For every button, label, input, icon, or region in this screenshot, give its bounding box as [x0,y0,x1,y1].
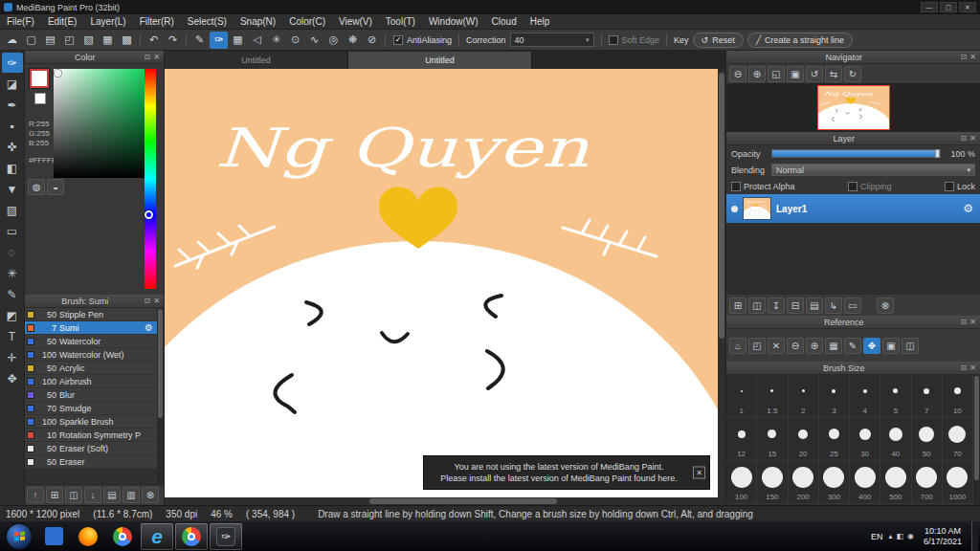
menu-item-edite[interactable]: Edit(E) [41,14,84,29]
brush-item[interactable]: 50Eraser [25,455,157,469]
taskbar-app-firefox[interactable] [72,523,104,550]
snap-vanishing-icon[interactable]: ⊙ [286,32,304,49]
fill-tool[interactable]: ◧ [2,158,23,178]
magic-wand-tool[interactable]: ✳ [2,263,23,283]
menu-item-layerl[interactable]: Layer(L) [83,14,132,29]
brush-item[interactable]: 100Watercolor (Wet) [25,348,157,362]
close-ref-icon[interactable]: ✕ [768,338,785,354]
float-panel-icon[interactable]: ⊡ [961,364,968,372]
canvas-horizontal-scrollbar[interactable] [165,497,718,505]
float-panel-icon[interactable]: ⊡ [145,297,151,305]
scrollbar-thumb[interactable] [369,498,558,504]
brush-size-item[interactable]: 1.5 [757,375,788,418]
brush-size-item[interactable]: 500 [880,461,911,504]
grid-view-icon[interactable]: ▦ [99,32,117,49]
snap-parallel-icon[interactable]: ◁ [248,32,266,49]
brush-size-item[interactable]: 400 [850,461,880,504]
menu-item-windoww[interactable]: Window(W) [422,14,485,29]
brush-size-item[interactable]: 4 [850,375,880,418]
clipping-checkbox[interactable] [848,182,858,191]
close-panel-icon[interactable]: ✕ [153,297,160,305]
snap-crisscross-icon[interactable]: ✳ [267,32,285,49]
close-panel-icon[interactable]: ✕ [969,53,976,61]
transfer-down-icon[interactable]: ↧ [768,298,785,314]
new-canvas-icon[interactable]: ▢ [22,32,40,49]
menu-item-toolt[interactable]: Tool(T) [379,14,422,29]
brush-item[interactable]: 50Eraser (Soft) [25,442,157,455]
delete-brush-icon[interactable]: ⊗ [142,487,159,503]
taskbar-clock[interactable]: 10:10 AM 6/17/2021 [920,526,966,547]
notification-close-button[interactable]: ✕ [693,467,705,479]
brush-size-item[interactable]: 100 [726,461,757,504]
language-indicator[interactable]: EN [871,532,883,541]
brush-size-item[interactable]: 40 [880,418,911,461]
maximize-button[interactable]: ▢ [940,2,957,12]
sv-picker-handle[interactable] [55,70,61,77]
snap-grid-icon[interactable]: ▦ [229,32,247,49]
home-icon[interactable]: ⌂ [729,338,746,354]
brush-item[interactable]: 50Blur [25,388,157,402]
brush-item[interactable]: 70Smudge [25,402,157,415]
taskbar-app-chrome-2[interactable] [175,523,208,550]
export-icon[interactable]: ▧ [79,32,98,49]
gradient-tool[interactable]: ▨ [2,200,23,220]
brush-size-item[interactable]: 300 [819,461,850,504]
brush-tool[interactable]: ✑ [2,53,23,73]
hue-slider-handle[interactable] [145,210,153,219]
select-pen-tool[interactable]: ✎ [2,284,23,304]
menu-item-help[interactable]: Help [523,14,557,29]
brush-size-item[interactable]: 25 [819,418,850,461]
reset-button[interactable]: ↺ Reset [693,33,744,48]
brush-size-item[interactable]: 70 [943,418,973,461]
menu-item-colorc[interactable]: Color(C) [282,14,332,29]
move-tool[interactable]: ✜ [2,137,23,157]
layer-settings-icon[interactable]: ⚙ [963,202,973,215]
redo-icon[interactable]: ↷ [164,32,182,49]
taskbar-app-blue[interactable] [37,523,70,550]
brush-size-item[interactable]: 1 [726,375,757,418]
float-panel-icon[interactable]: ⊡ [961,134,968,143]
select-eraser-tool[interactable]: ◩ [2,305,23,325]
hue-slider[interactable] [145,69,156,289]
navigator-thumbnail[interactable] [817,85,890,130]
merge-layer-icon[interactable]: ⊟ [787,298,804,314]
show-desktop-button[interactable] [971,521,978,551]
start-button[interactable] [7,524,32,549]
zoom-in-icon[interactable]: ⊕ [748,66,766,82]
minimize-button[interactable]: — [921,2,938,12]
scroll-top-icon[interactable]: ↑ [27,487,44,503]
menu-item-filterr[interactable]: Filter(R) [133,14,181,29]
select-tool[interactable]: ▭ [2,221,23,241]
brush-size-item[interactable]: 200 [789,461,819,504]
antialiasing-checkbox[interactable]: ✓ [393,35,403,45]
zoom-fit-icon[interactable]: ◱ [768,66,785,82]
brush-item[interactable]: 7Sumi⚙ [25,321,157,335]
tray-network-icon[interactable]: ◧ [896,532,903,540]
materials-icon[interactable]: ▩ [118,32,136,49]
brush-size-item[interactable]: 700 [912,461,943,504]
add-brush-icon[interactable]: ⊞ [46,487,63,503]
move-layer-icon[interactable]: ↳ [825,298,842,314]
brush-item[interactable]: 100Sparkle Brush [25,415,157,429]
zoom-actual-icon[interactable]: ▣ [787,66,804,82]
ref-pencil-icon[interactable]: ✎ [844,338,861,354]
snap-ellipse-icon[interactable]: ◎ [324,32,343,49]
document-tab-2[interactable]: Untitled [348,52,532,69]
save-icon[interactable]: ▤ [41,32,59,49]
close-panel-icon[interactable]: ✕ [969,364,976,372]
ref-zoom-out-icon[interactable]: ⊖ [787,338,804,354]
taskbar-app-edge[interactable]: e [141,523,173,550]
brush-size-item[interactable]: 10 [943,375,973,418]
soft-edge-checkbox[interactable] [609,35,618,45]
tray-expand-icon[interactable]: ▴ [888,532,892,540]
brush-size-item[interactable]: 5 [880,375,911,418]
folder-open-icon[interactable]: ▥ [122,487,140,503]
eyedropper-tool[interactable]: ✛ [2,347,23,367]
menu-item-cloud[interactable]: Cloud [485,14,523,29]
saturation-value-picker[interactable] [54,69,149,178]
menu-item-selects[interactable]: Select(S) [181,14,234,29]
dot-tool[interactable]: ▪ [2,116,23,136]
duplicate-layer-icon[interactable]: ◫ [748,298,766,314]
brush-size-item[interactable]: 150 [757,461,788,504]
brush-item[interactable]: 50Acrylic [25,362,157,375]
